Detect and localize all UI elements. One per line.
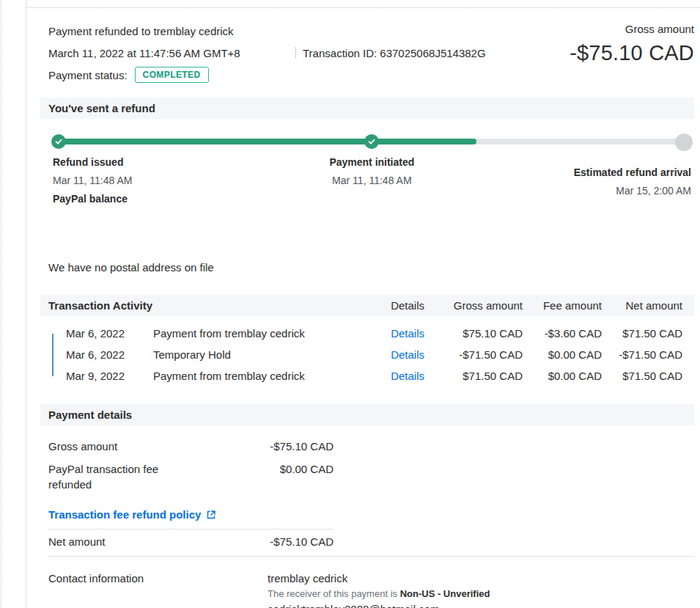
progress-track-fill [59, 139, 476, 144]
net-amount-value: -$75.10 CAD [224, 534, 334, 549]
transaction-header: Payment refunded to tremblay cedrick Mar… [48, 20, 694, 86]
gross-amount-block: Gross amount -$75.10 CAD [570, 20, 694, 86]
refund-progress-tracker [59, 134, 684, 152]
step-label: Refund issued [53, 156, 132, 168]
detail-value: $0.00 CAD [224, 461, 334, 492]
tracker-step-refund-issued: Refund issued Mar 11, 11:48 AM PayPal ba… [53, 156, 132, 205]
activity-gross: -$71.50 CAD [424, 348, 523, 361]
activity-net: -$71.50 CAD [602, 348, 682, 361]
activity-net: $71.50 CAD [602, 370, 682, 382]
detail-label: PayPal transaction fee refunded [48, 461, 224, 492]
activity-date: Mar 9, 2022 [66, 370, 153, 382]
step-date: Mar 11, 11:48 AM [53, 175, 132, 186]
receiver-status-note: The receiver of this payment is Non-US -… [268, 588, 490, 599]
step-funding-source: PayPal balance [53, 193, 132, 205]
status-badge: COMPLETED [135, 67, 209, 83]
detail-label: Gross amount [48, 439, 224, 454]
receiver-status: Non-US - Unverified [400, 588, 490, 599]
net-amount-row: Net amount -$75.10 CAD [48, 534, 694, 549]
transaction-header-left: Payment refunded to tremblay cedrick Mar… [48, 20, 486, 86]
check-icon [367, 137, 376, 146]
step-complete-icon [51, 134, 66, 149]
refund-banner: You've sent a refund [40, 98, 694, 119]
activity-description: Payment from tremblay cedrick [153, 370, 357, 382]
payment-detail-row: Gross amount -$75.10 CAD [48, 439, 694, 454]
details-link[interactable]: Details [391, 370, 424, 382]
column-header-gross: Gross amount [424, 299, 523, 312]
dotted-divider [48, 556, 694, 557]
dotted-divider [48, 529, 334, 530]
detail-value: -$75.10 CAD [224, 439, 334, 454]
column-header-details: Details [357, 299, 424, 312]
activity-table-header: Transaction Activity Details Gross amoun… [40, 295, 694, 316]
vertical-divider [295, 47, 296, 59]
contact-information-label: Contact information [48, 572, 268, 608]
activity-fee: $0.00 CAD [523, 370, 602, 382]
gross-amount-label: Gross amount [570, 23, 694, 35]
table-row: Mar 6, 2022 Payment from tremblay cedric… [48, 323, 694, 344]
activity-gross: $71.50 CAD [424, 370, 523, 382]
step-complete-icon [364, 134, 379, 149]
activity-description: Payment from tremblay cedrick [153, 327, 357, 340]
activity-description: Temporary Hold [153, 348, 357, 361]
payment-status-label: Payment status: [48, 69, 128, 81]
step-pending-icon [675, 133, 693, 151]
table-row: Mar 6, 2022 Temporary Hold Details -$71.… [48, 344, 694, 365]
policy-link-row: Transaction fee refund policy [48, 508, 694, 521]
tracker-step-estimated-arrival: Estimated refund arrival Mar 15, 2:00 AM [574, 166, 691, 197]
column-header-fee: Fee amount [523, 299, 602, 312]
activity-net: $71.50 CAD [602, 327, 682, 340]
details-link[interactable]: Details [391, 327, 424, 340]
step-label: Payment initiated [329, 156, 414, 168]
external-link-icon [206, 510, 216, 520]
table-row: Mar 9, 2022 Payment from tremblay cedric… [48, 365, 694, 387]
step-label: Estimated refund arrival [574, 166, 691, 178]
transaction-id: Transaction ID: 637025068J514382G [303, 47, 486, 59]
tracker-step-payment-initiated: Payment initiated Mar 11, 11:48 AM [329, 156, 414, 186]
activity-fee: $0.00 CAD [523, 348, 602, 361]
policy-link-label: Transaction fee refund policy [48, 508, 201, 521]
payment-detail-row: PayPal transaction fee refunded $0.00 CA… [48, 461, 694, 492]
step-date: Mar 15, 2:00 AM [574, 185, 691, 197]
activity-title: Transaction Activity [48, 299, 357, 312]
activity-fee: -$3.60 CAD [523, 327, 602, 340]
contact-name: tremblay cedrick [268, 572, 490, 585]
check-icon [54, 137, 63, 146]
postal-address-note: We have no postal address on file [48, 261, 694, 274]
tracker-labels: Refund issued Mar 11, 11:48 AM PayPal ba… [59, 156, 684, 208]
page-title: Payment refunded to tremblay cedrick [48, 20, 486, 42]
contact-information-section: Contact information tremblay cedrick The… [48, 572, 694, 608]
contact-details: tremblay cedrick The receiver of this pa… [268, 572, 490, 608]
net-amount-label: Net amount [48, 534, 224, 549]
payment-status-row: Payment status: COMPLETED [48, 64, 486, 86]
outer-dotted-guide [1, 0, 1, 608]
step-date: Mar 11, 11:48 AM [329, 175, 414, 186]
timeline-connector [52, 334, 54, 376]
column-header-net: Net amount [602, 299, 682, 312]
transaction-detail-panel: Payment refunded to tremblay cedrick Mar… [26, 7, 700, 608]
details-link[interactable]: Details [391, 348, 424, 361]
activity-date: Mar 6, 2022 [66, 348, 153, 361]
transaction-detail-page: Payment refunded to tremblay cedrick Mar… [0, 0, 700, 608]
transaction-fee-policy-link[interactable]: Transaction fee refund policy [48, 508, 216, 521]
payment-details-header: Payment details [40, 404, 694, 425]
gross-amount-value: -$75.10 CAD [570, 41, 694, 65]
date-and-id-row: March 11, 2022 at 11:47:56 AM GMT+8 Tran… [48, 42, 486, 64]
activity-rows: Mar 6, 2022 Payment from tremblay cedric… [48, 323, 694, 387]
transaction-datetime: March 11, 2022 at 11:47:56 AM GMT+8 [48, 47, 295, 59]
contact-email: cedricktremblay2008@hotmail.com [268, 603, 490, 608]
activity-date: Mar 6, 2022 [66, 327, 153, 340]
activity-gross: $75.10 CAD [424, 327, 523, 340]
